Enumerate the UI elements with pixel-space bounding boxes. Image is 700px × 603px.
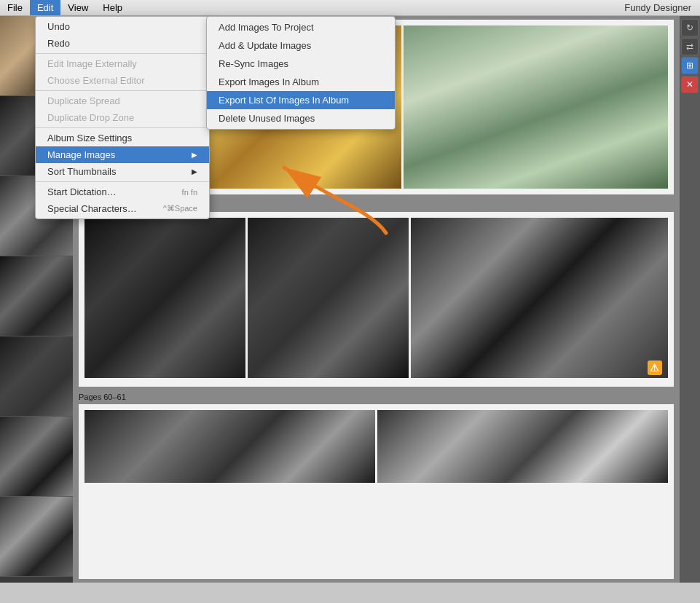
toolbar-swap-btn[interactable]: ⇄ <box>681 38 699 55</box>
page-label-60-61: Pages 60–61 <box>79 393 674 401</box>
sidebar-thumb-6[interactable] <box>0 417 73 497</box>
manage-images-submenu: Add Images To Project Add & Update Image… <box>206 16 396 130</box>
toolbar-grid-btn[interactable]: ⊞ <box>681 57 699 74</box>
menu-item-sort-thumbnails[interactable]: Sort Thumbnails ▶ <box>36 163 209 180</box>
sidebar-thumb-4[interactable] <box>0 256 73 336</box>
menu-file[interactable]: File <box>0 0 30 15</box>
menu-item-special-characters[interactable]: Special Characters… ^⌘Space <box>36 200 209 217</box>
menu-item-album-size-settings[interactable]: Album Size Settings <box>36 130 209 146</box>
page-section-60-61: Pages 60–61 <box>79 393 674 579</box>
menu-item-redo[interactable]: Redo <box>36 35 209 52</box>
menu-edit[interactable]: Edit <box>30 0 60 15</box>
app-title: Fundy Designer <box>624 2 700 13</box>
sidebar-thumb-7[interactable] <box>0 497 73 577</box>
submenu-add-images[interactable]: Add Images To Project <box>207 18 395 36</box>
menu-item-start-dictation[interactable]: Start Dictation… fn fn <box>36 184 209 200</box>
menu-item-choose-external-editor: Choose External Editor <box>36 72 209 89</box>
album-page-56-57: ⚠ <box>79 212 674 387</box>
photo-dance2[interactable] <box>248 218 409 381</box>
photo-couple[interactable] <box>404 25 668 189</box>
submenu-add-update-images[interactable]: Add & Update Images <box>207 36 395 55</box>
submenu-re-sync-images[interactable]: Re-Sync Images <box>207 55 395 73</box>
menu-item-edit-image-externally: Edit Image Externally <box>36 55 209 72</box>
photo-dance1[interactable] <box>84 218 245 381</box>
photo-dance3[interactable]: ⚠ <box>411 218 668 381</box>
warning-badge: ⚠ <box>648 360 662 375</box>
submenu-export-list-of-images[interactable]: Export List Of Images In Album <box>207 91 395 109</box>
photo-portrait[interactable] <box>84 410 375 573</box>
submenu-delete-unused-images[interactable]: Delete Unused Images <box>207 109 395 127</box>
sidebar-thumb-5[interactable] <box>0 336 73 417</box>
album-page-60-61 <box>79 404 674 579</box>
menu-view[interactable]: View <box>60 0 95 15</box>
menu-item-duplicate-spread: Duplicate Spread <box>36 92 209 109</box>
toolbar-refresh-btn[interactable]: ↻ <box>681 19 699 36</box>
edit-dropdown-menu: Undo Redo Edit Image Externally Choose E… <box>35 16 210 219</box>
menu-item-duplicate-drop-zone: Duplicate Drop Zone <box>36 109 209 126</box>
menu-item-manage-images[interactable]: Manage Images ▶ <box>36 146 209 163</box>
menu-bar: File Edit View Help Fundy Designer <box>0 0 700 16</box>
right-toolbar: ↻ ⇄ ⊞ ✕ <box>680 16 700 583</box>
submenu-export-images-in-album[interactable]: Export Images In Album <box>207 73 395 91</box>
toolbar-close-btn[interactable]: ✕ <box>681 76 699 93</box>
menu-help[interactable]: Help <box>95 0 130 15</box>
menu-item-undo[interactable]: Undo <box>36 18 209 35</box>
page-section-56-57: Pages 56–57 ⚠ <box>79 200 674 387</box>
photo-bw2[interactable] <box>377 410 668 573</box>
